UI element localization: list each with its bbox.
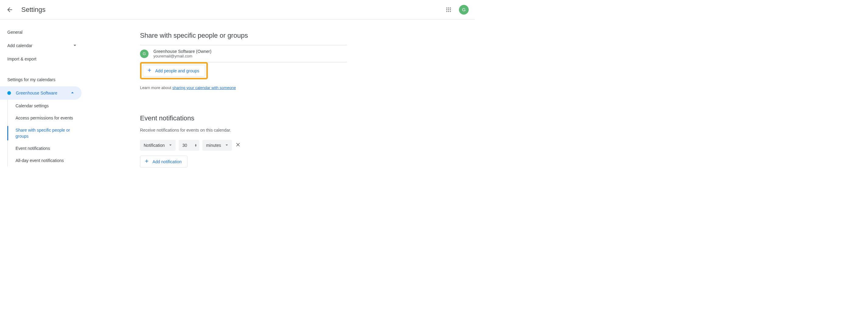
chevron-down-icon: [224, 142, 229, 149]
notification-type-value: Notification: [144, 143, 165, 148]
notification-row: Notification ▲▼ minutes: [140, 140, 347, 151]
share-person-row: G Greenhouse Software (Owner) youremail@…: [140, 45, 347, 62]
calendar-label-wrap: Greenhouse Software: [7, 91, 57, 96]
calendar-color-dot: [7, 91, 11, 95]
learn-more-link[interactable]: sharing your calendar with someone: [172, 85, 236, 90]
highlight-annotation: Add people and groups: [140, 62, 208, 79]
sidebar-calendar-item[interactable]: Greenhouse Software: [0, 86, 82, 100]
chevron-down-icon: [72, 42, 78, 49]
person-avatar: G: [140, 49, 149, 58]
add-notification-button[interactable]: Add notification: [140, 156, 187, 168]
page-title: Settings: [21, 6, 45, 14]
svg-point-4: [448, 9, 449, 10]
sidebar-item-general[interactable]: General: [0, 26, 85, 39]
svg-point-0: [446, 7, 447, 8]
person-text: Greenhouse Software (Owner) youremail@ym…: [153, 49, 212, 58]
header-left: Settings: [4, 4, 45, 16]
notification-unit-select[interactable]: minutes: [203, 140, 232, 151]
subnav-share-specific[interactable]: Share with specific people or groups: [8, 124, 85, 142]
sidebar-label: General: [7, 30, 23, 35]
add-notification-label: Add notification: [153, 159, 182, 164]
chevron-down-icon: [168, 142, 173, 149]
sidebar-label: Add calendar: [7, 43, 33, 48]
svg-point-5: [450, 9, 451, 10]
sidebar-subnav: Calendar settings Access permissions for…: [7, 100, 85, 167]
add-people-label: Add people and groups: [155, 68, 199, 73]
notifications-subtitle: Receive notifications for events on this…: [140, 128, 347, 133]
back-arrow-icon[interactable]: [4, 4, 16, 16]
subnav-allday-notifications[interactable]: All-day event notifications: [8, 154, 85, 167]
account-avatar[interactable]: G: [459, 5, 469, 14]
person-email: youremail@ymail.com: [153, 54, 212, 58]
add-people-button[interactable]: Add people and groups: [143, 65, 205, 77]
plus-icon: [147, 68, 152, 74]
remove-notification-icon[interactable]: [235, 142, 241, 149]
person-name: Greenhouse Software (Owner): [153, 49, 212, 54]
sidebar-item-add-calendar[interactable]: Add calendar: [0, 39, 85, 52]
svg-point-1: [448, 7, 449, 8]
sidebar-section-title: Settings for my calendars: [0, 73, 85, 86]
header-right: G: [442, 4, 469, 16]
calendar-name: Greenhouse Software: [16, 91, 57, 96]
main-inner: Share with specific people or groups G G…: [140, 32, 347, 168]
subnav-calendar-settings[interactable]: Calendar settings: [8, 100, 85, 112]
notification-value-input[interactable]: ▲▼: [179, 140, 199, 151]
apps-grid-icon[interactable]: [442, 4, 455, 16]
content: General Add calendar Import & export Set…: [0, 20, 475, 176]
learn-more-text: Learn more about sharing your calendar w…: [140, 85, 347, 90]
stepper-icon[interactable]: ▲▼: [194, 144, 197, 147]
subnav-event-notifications[interactable]: Event notifications: [8, 142, 85, 154]
notifications-section-title: Event notifications: [140, 114, 347, 122]
plus-icon: [144, 158, 149, 165]
sidebar: General Add calendar Import & export Set…: [0, 20, 85, 176]
learn-more-prefix: Learn more about: [140, 85, 172, 90]
sidebar-item-import-export[interactable]: Import & export: [0, 52, 85, 66]
share-section-title: Share with specific people or groups: [140, 32, 347, 39]
notification-value-field[interactable]: [182, 143, 191, 148]
svg-point-2: [450, 7, 451, 8]
sidebar-label: Import & export: [7, 57, 36, 61]
svg-point-3: [446, 9, 447, 10]
svg-point-8: [450, 11, 451, 12]
svg-point-7: [448, 11, 449, 12]
header: Settings G: [0, 0, 475, 20]
main-panel: Share with specific people or groups G G…: [85, 20, 475, 176]
notification-unit-value: minutes: [206, 143, 221, 148]
subnav-access-permissions[interactable]: Access permissions for events: [8, 112, 85, 124]
svg-point-6: [446, 11, 447, 12]
chevron-up-icon: [69, 90, 75, 97]
notification-type-select[interactable]: Notification: [140, 140, 176, 151]
